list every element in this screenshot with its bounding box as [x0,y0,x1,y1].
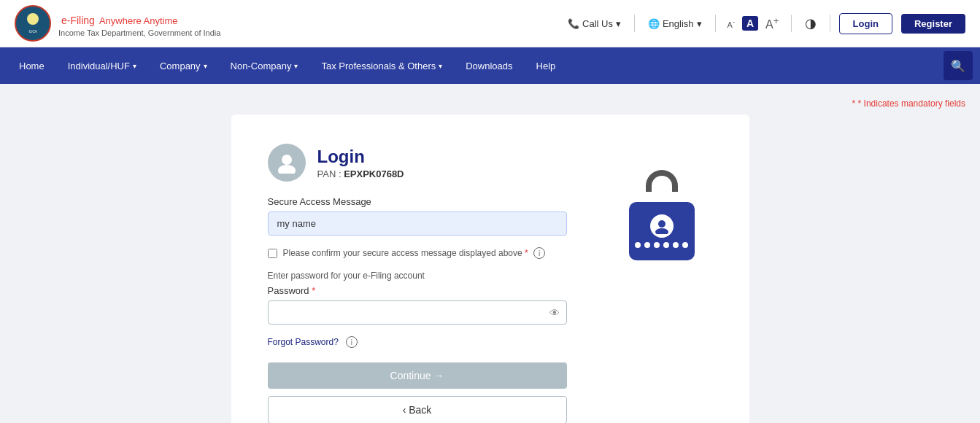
password-input[interactable] [268,300,567,325]
nav-home[interactable]: Home [7,47,56,84]
contrast-button[interactable]: ◑ [800,12,821,34]
nav-help[interactable]: Help [525,47,568,84]
lock-avatar-icon [650,214,674,238]
avatar-icon [276,152,298,174]
nav-downloads[interactable]: Downloads [454,47,524,84]
main-nav: Home Individual/HUF ▾ Company ▾ Non-Comp… [0,47,980,84]
pan-value: EPXPK0768D [344,168,404,179]
password-description: Enter password for your e-Filing account [268,271,567,281]
svg-point-4 [278,165,296,174]
phone-icon: 📞 [568,18,579,29]
login-title-block: Login PAN : EPXPK0768D [317,147,404,179]
divider-1 [634,15,635,32]
secure-access-message: my name [268,212,567,236]
login-form-side: Login PAN : EPXPK0768D Secure Access Mes… [268,144,567,423]
font-normal-button[interactable]: A [742,16,758,31]
call-chevron-icon: ▾ [616,18,621,29]
password-label: Password * [268,285,567,296]
nav-individual-chevron-icon: ▾ [133,62,136,70]
font-size-controls: A- A A+ [725,14,782,33]
language-button[interactable]: 🌐 English ▾ [644,15,706,32]
lock-dot-4 [663,242,669,248]
confirm-checkbox[interactable] [268,249,277,258]
mandatory-note: * * Indicates mandatory fields [15,98,965,109]
lock-dot-3 [654,242,660,248]
pan-info: PAN : EPXPK0768D [317,168,404,179]
logo-text: e-FilingAnywhere Anytime Income Tax Depa… [58,9,220,37]
secure-access-group: Secure Access Message my name [268,196,567,236]
emblem-logo: GOI [15,5,51,42]
nav-non-company-chevron-icon: ▾ [294,62,298,70]
divider-4 [830,15,830,32]
nav-tax-professionals[interactable]: Tax Professionals & Others ▾ [309,47,454,84]
nav-tax-prof-chevron-icon: ▾ [439,62,442,70]
avatar [268,144,306,182]
nav-search-button[interactable]: 🔍 [944,51,973,80]
search-icon: 🔍 [951,59,965,73]
password-group: Password * 👁 [268,285,567,325]
lock-dot-1 [635,242,641,248]
lock-dot-5 [673,242,679,248]
logo-title: e-FilingAnywhere Anytime [58,9,220,28]
forgot-password-link[interactable]: Forgot Password? [268,337,339,347]
header-right: 📞 Call Us ▾ 🌐 English ▾ A- A A+ ◑ Login … [563,12,965,34]
back-button[interactable]: ‹ Back [268,396,567,423]
divider-2 [715,15,716,32]
lock-body [629,202,695,260]
confirm-checkbox-label[interactable]: Please confirm your secure access messag… [283,247,546,259]
call-us-button[interactable]: 📞 Call Us ▾ [563,15,625,32]
lock-dots [635,242,688,248]
globe-icon: 🌐 [648,18,660,29]
main-content: * * Indicates mandatory fields Login PAN… [0,84,980,423]
svg-point-6 [655,228,668,234]
header: GOI e-FilingAnywhere Anytime Income Tax … [0,0,980,47]
lock-dot-6 [682,242,688,248]
confirm-info-icon[interactable]: i [533,247,545,259]
login-card: Login PAN : EPXPK0768D Secure Access Mes… [231,115,749,423]
continue-button[interactable]: Continue → [268,362,567,389]
font-decrease-button[interactable]: A- [725,17,738,31]
svg-point-1 [27,13,39,25]
logo-area: GOI e-FilingAnywhere Anytime Income Tax … [15,5,220,42]
login-button[interactable]: Login [839,13,892,34]
forgot-info-icon[interactable]: i [346,336,358,348]
svg-text:GOI: GOI [28,29,36,34]
confirm-checkbox-row: Please confirm your secure access messag… [268,247,567,259]
password-input-wrap: 👁 [268,300,567,325]
nav-non-company[interactable]: Non-Company ▾ [219,47,310,84]
toggle-password-icon[interactable]: 👁 [549,307,560,319]
divider-3 [791,15,792,32]
lock-illustration [611,144,713,260]
font-increase-button[interactable]: A+ [763,14,782,33]
logo-title-text: e-Filing [61,15,95,26]
lock-dot-2 [644,242,650,248]
login-header: Login PAN : EPXPK0768D [268,144,567,182]
svg-point-3 [282,155,292,165]
register-button[interactable]: Register [901,14,965,34]
lang-chevron-icon: ▾ [697,18,702,29]
forgot-password-row: Forgot Password? i [268,336,567,348]
logo-subtitle: Income Tax Department, Government of Ind… [58,28,220,37]
svg-point-5 [658,220,665,228]
nav-individual-huf[interactable]: Individual/HUF ▾ [56,47,148,84]
nav-company-chevron-icon: ▾ [204,62,207,70]
secure-access-label: Secure Access Message [268,196,567,207]
logo-tagline: Anywhere Anytime [99,15,178,26]
login-title: Login [317,147,404,167]
lock-shackle [646,170,678,192]
nav-company[interactable]: Company ▾ [148,47,219,84]
